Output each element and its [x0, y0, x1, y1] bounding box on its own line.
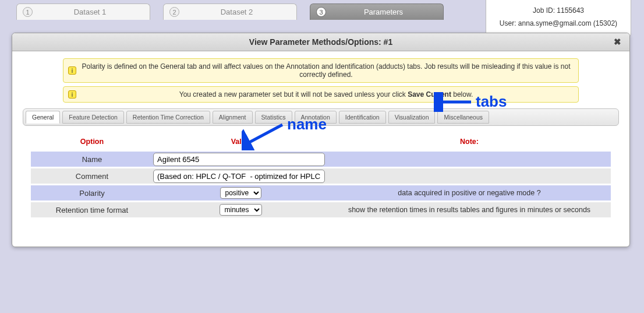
polarity-select[interactable]: positive: [220, 187, 261, 199]
nav-tab-label: Dataset 1: [36, 8, 144, 16]
subtab-alignment[interactable]: Alignment: [213, 111, 253, 124]
info-icon: i: [68, 66, 76, 75]
name-input[interactable]: [153, 153, 325, 166]
alert-save: i You created a new parameter set but it…: [63, 86, 579, 103]
header-option: Option: [31, 138, 153, 146]
close-icon[interactable]: ✖: [614, 37, 621, 47]
option-row-comment: Comment: [31, 168, 611, 184]
row-label: Comment: [31, 172, 153, 181]
nav-tab-label: Parameters: [330, 8, 437, 16]
job-info-panel: Job ID: 1155643 User: anna.syme@gmail.co…: [486, 0, 631, 37]
option-row-rtf: Retention time format minutes show the r…: [31, 202, 611, 217]
row-note: show the retention times in results tabl…: [328, 206, 611, 214]
alert-text: Polarity is defined on the General tab a…: [82, 62, 571, 79]
subtab-feature-detection[interactable]: Feature Detection: [62, 111, 123, 124]
subtab-identification[interactable]: Identification: [339, 111, 386, 124]
subtab-miscellaneous[interactable]: Miscellaneous: [437, 111, 489, 124]
job-id-label: Job ID: 1155643: [492, 5, 625, 17]
header-note: Note:: [328, 138, 611, 146]
step-number-icon: 3: [316, 7, 326, 17]
nav-tab-dataset1[interactable]: 1 Dataset 1: [16, 3, 150, 20]
option-row-polarity: Polarity positive data acquired in posit…: [31, 185, 611, 201]
options-header: Option Value Note:: [31, 136, 611, 152]
row-note: data acquired in positive or negative mo…: [328, 189, 611, 197]
dialog-header: View Parameter Methods/Options: #1 ✖: [12, 33, 629, 51]
row-label: Polarity: [31, 189, 153, 198]
user-label: User: anna.syme@gmail.com (15302): [492, 17, 625, 30]
option-row-name: Name: [31, 152, 611, 167]
header-value: Value: [153, 138, 328, 146]
step-number-icon: 2: [169, 7, 179, 17]
comment-input[interactable]: [153, 170, 325, 183]
nav-tab-label: Dataset 2: [183, 8, 291, 16]
step-number-icon: 1: [23, 7, 33, 17]
nav-tab-parameters[interactable]: 3 Parameters: [310, 3, 444, 20]
parameter-dialog: View Parameter Methods/Options: #1 ✖ i P…: [12, 33, 630, 247]
parameter-tabs: General Feature Detection Retention Time…: [23, 108, 619, 126]
subtab-visualization[interactable]: Visualization: [388, 111, 436, 124]
subtab-general[interactable]: General: [26, 111, 60, 124]
dialog-title: View Parameter Methods/Options: #1: [249, 37, 392, 47]
subtab-statistics[interactable]: Statistics: [255, 111, 292, 124]
row-label: Name: [31, 155, 153, 164]
alert-polarity: i Polarity is defined on the General tab…: [63, 58, 579, 83]
rtf-select[interactable]: minutes: [220, 204, 262, 216]
row-label: Retention time format: [31, 206, 153, 214]
subtab-annotation[interactable]: Annotation: [295, 111, 337, 124]
info-icon: i: [68, 90, 76, 99]
subtab-retention-time-correction[interactable]: Retention Time Correction: [126, 111, 210, 124]
alert-text: You created a new parameter set but it w…: [179, 90, 473, 99]
nav-tab-dataset2[interactable]: 2 Dataset 2: [163, 3, 297, 20]
